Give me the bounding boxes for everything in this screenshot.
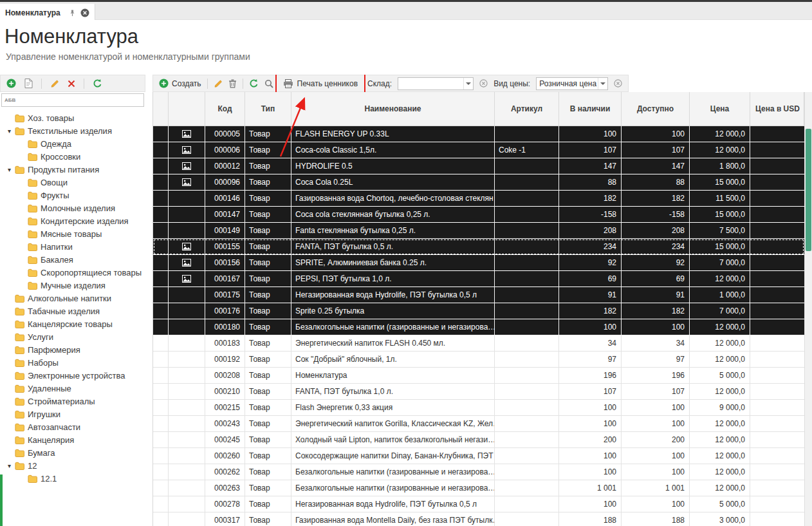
row-indicator-cell[interactable] — [153, 464, 169, 480]
table-row[interactable]: 000208ТоварНоменклатура1961965 000,0 — [153, 368, 804, 384]
column-header[interactable]: В наличии — [559, 92, 622, 126]
row-indicator-cell[interactable] — [153, 496, 169, 512]
table-row[interactable]: 000006ТоварCoca-cola Classic 1,5л.Coke -… — [153, 142, 804, 158]
table-row[interactable]: 000215ТоварFlash Энергетик 0,33 акция100… — [153, 400, 804, 416]
chevron-down-icon[interactable]: ▾ — [4, 462, 15, 469]
edit-button[interactable] — [214, 79, 223, 88]
table-vertical-scrollbar[interactable] — [804, 92, 812, 526]
tree-item[interactable]: Игрушки — [0, 408, 145, 420]
table-row[interactable]: 000180ТоварБезалкогольные напитки (газир… — [153, 319, 804, 335]
row-indicator-cell[interactable] — [153, 368, 169, 384]
row-indicator-cell[interactable] — [153, 287, 169, 303]
tree-item[interactable]: Овощи — [0, 176, 145, 189]
row-indicator-cell[interactable] — [153, 512, 169, 526]
table-row[interactable]: 000167ТоварPEPSI, ПЭТ бутылка 1,0 л.6969… — [153, 271, 804, 287]
table-row[interactable]: 000183ТоварЭнергетический напиток FLASH … — [153, 335, 804, 352]
row-indicator-cell[interactable] — [153, 448, 169, 464]
row-indicator-cell[interactable] — [153, 239, 169, 255]
tree-item[interactable]: Хоз. товары — [0, 111, 145, 124]
tree-item[interactable]: Алкогольные напитки — [0, 292, 145, 305]
dropdown-arrow-icon[interactable] — [463, 78, 473, 89]
tree-item[interactable]: Канцелярия — [0, 433, 145, 446]
column-header[interactable]: Код — [205, 92, 245, 126]
warehouse-combobox[interactable] — [398, 77, 474, 90]
column-header[interactable]: Цена — [690, 92, 750, 126]
table-row[interactable]: 000243ТоварЭнергетический напиток Gorill… — [153, 416, 804, 432]
warehouse-clear-icon[interactable] — [479, 79, 488, 88]
refresh-tree-button[interactable] — [93, 79, 102, 88]
tree-item[interactable]: Парфюмерия — [0, 343, 145, 356]
row-indicator-cell[interactable] — [153, 158, 169, 174]
add-document-button[interactable] — [24, 79, 33, 88]
tree-item[interactable]: Кондитерские изделия — [0, 214, 145, 227]
table-row[interactable]: 000245ТоварХолодный чай Lipton, напиток … — [153, 432, 804, 448]
delete-group-button[interactable] — [68, 80, 75, 88]
tree-item[interactable]: Удаленные — [0, 382, 145, 395]
table-row[interactable]: 000262ТоварБезалкогольные напитки (газир… — [153, 464, 804, 480]
row-indicator-cell[interactable] — [153, 335, 169, 352]
pin-icon[interactable] — [69, 9, 76, 17]
tree-item[interactable]: Мясные товары — [0, 227, 145, 240]
table-row[interactable]: 000156ТоварSPRITE, Алюминиевая банка 0.2… — [153, 255, 804, 271]
chevron-down-icon[interactable]: ▾ — [4, 127, 15, 135]
edit-group-button[interactable] — [50, 79, 59, 88]
close-icon[interactable] — [80, 8, 89, 17]
tree-item[interactable]: Бакалея — [0, 253, 145, 266]
scrollbar-thumb[interactable] — [806, 129, 811, 251]
row-indicator-cell[interactable] — [153, 271, 169, 287]
price-type-clear-icon[interactable] — [614, 79, 622, 88]
row-indicator-cell[interactable] — [153, 432, 169, 448]
row-indicator-cell[interactable] — [153, 352, 169, 368]
dropdown-arrow-icon[interactable] — [598, 78, 607, 89]
sidebar-scrollbar-thumb[interactable] — [0, 474, 3, 526]
table-row[interactable]: 000146ТоварГазированная вода Chortoq, ле… — [153, 191, 804, 207]
tree-item[interactable]: Фрукты — [0, 189, 145, 202]
column-header[interactable]: Цена в USD — [750, 92, 805, 126]
refresh-button[interactable] — [249, 79, 259, 88]
tree-item[interactable]: Мучные изделия — [0, 279, 145, 292]
table-row[interactable]: 000278ТоварНегазированная вода Hydrolife… — [153, 496, 804, 512]
tree-item[interactable]: 12.1 — [0, 472, 145, 485]
column-header-image[interactable] — [169, 92, 205, 126]
table-row[interactable]: 000263ТоварБезалкогольные напитки (газир… — [153, 480, 804, 496]
add-group-button[interactable] — [6, 79, 16, 88]
row-indicator-cell[interactable] — [153, 319, 169, 335]
row-indicator-cell[interactable] — [153, 416, 169, 432]
table-row[interactable]: 000175ТоварНегазированная вода Hydrolife… — [153, 287, 804, 303]
row-indicator-cell[interactable] — [153, 126, 169, 142]
delete-button[interactable] — [228, 79, 237, 88]
tree-item[interactable]: Напитки — [0, 240, 145, 253]
print-price-tags-button[interactable]: Печать ценников — [279, 78, 362, 89]
column-header[interactable]: Доступно — [622, 92, 690, 126]
tree-item[interactable]: ▾12 — [0, 459, 145, 472]
create-button[interactable]: Создать — [159, 79, 201, 88]
tree-item[interactable]: Скоропортящиеся товары — [0, 266, 145, 279]
table-row[interactable]: 000317ТоварГазированная вода Montella Da… — [153, 512, 804, 526]
table-row[interactable]: 000096ТоварCoca Cola 0.25L888815 000,0 — [153, 174, 804, 191]
column-header[interactable]: Тип — [245, 92, 291, 126]
row-indicator-cell[interactable] — [153, 142, 169, 158]
tree-item[interactable]: Наборы — [0, 356, 145, 369]
tree-item[interactable]: Бумага — [0, 446, 145, 459]
tree-item[interactable]: Канцелярские товары — [0, 317, 145, 330]
table-row[interactable]: 000147ТоварCoca cola стеклянная бутылка … — [153, 207, 804, 223]
row-indicator-cell[interactable] — [153, 303, 169, 319]
tree-item[interactable]: Стройматериалы — [0, 395, 145, 408]
table-row[interactable]: 000155ТоварFANTA, ПЭТ бутылка 0,5 л.2342… — [153, 239, 804, 255]
row-indicator-cell[interactable] — [153, 174, 169, 191]
table-row[interactable]: 000149ТоварFanta стеклянная бутылка 0,25… — [153, 223, 804, 239]
tree-item[interactable]: Электронные устройства — [0, 369, 145, 382]
table-row[interactable]: 000210ТоварFANTA, ПЭТ бутылка 1,0 л.1071… — [153, 384, 804, 400]
table-row[interactable]: 000176ТоварSprite 0.25 бутылка1821827 00… — [153, 303, 804, 319]
tree-item[interactable]: Услуги — [0, 330, 145, 343]
table-row[interactable]: 000012ТоварHYDROLIFE 0.51471471 800,0 — [153, 158, 804, 174]
tree-item[interactable]: ▾Продукты питания — [0, 163, 145, 176]
chevron-down-icon[interactable]: ▾ — [4, 166, 15, 173]
tree-item[interactable]: Молочные изделия — [0, 202, 145, 214]
row-indicator-cell[interactable] — [153, 207, 169, 223]
tree-filter-input[interactable] — [18, 95, 141, 106]
row-indicator-cell[interactable] — [153, 400, 169, 416]
tree-item[interactable]: Одежда — [0, 137, 145, 150]
table-row[interactable]: 000192ТоварСок "Добрый" яблочный, 1л.979… — [153, 352, 804, 368]
search-button[interactable] — [264, 79, 273, 88]
